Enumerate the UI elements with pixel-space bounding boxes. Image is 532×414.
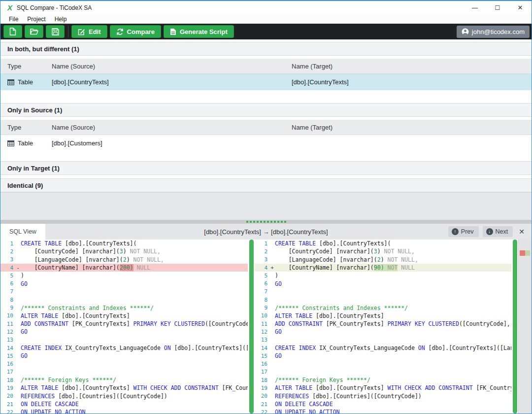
target-scrollbar-thumb[interactable]	[513, 240, 517, 414]
column-header-name-source: Name (Source)	[52, 63, 292, 70]
code-text: [CountryCode] [nvarchar](3) NOT NULL,	[275, 248, 511, 255]
code-line: 21ON DELETE CASCADE	[0, 400, 248, 408]
menu-help[interactable]: Help	[50, 16, 71, 23]
line-number: 4	[255, 265, 269, 271]
code-text: /****** Constraints and Indexes ******/	[21, 305, 248, 311]
table-icon	[7, 79, 14, 85]
section-spacer	[0, 151, 532, 161]
next-label: Next	[496, 228, 508, 235]
code-line: 2 [CountryCode] [nvarchar](3) NOT NULL,	[255, 247, 511, 255]
line-number: 16	[0, 361, 15, 367]
code-line: 17	[0, 368, 248, 376]
section-header-4[interactable]: Identical (9)	[0, 178, 532, 192]
section-header-3[interactable]: Only in Target (1)	[0, 161, 532, 175]
cell-type: Table	[0, 139, 52, 147]
edit-button[interactable]: Edit	[71, 25, 107, 38]
line-number: 1	[255, 241, 269, 247]
code-line: 16	[0, 360, 248, 368]
line-number: 17	[255, 369, 269, 375]
sqlview-tabbar: SQL View [dbo].[CountryTexts] → [dbo].[C…	[0, 224, 532, 240]
code-line: 22ON UPDATE NO ACTION	[0, 408, 248, 414]
edit-pencil-icon	[78, 28, 85, 35]
sql-diff-view: 1CREATE TABLE [dbo].[CountryTexts](2 [Co…	[0, 240, 532, 414]
code-line: 19ALTER TABLE [dbo].[CountryTexts] WITH …	[0, 384, 248, 392]
app-logo-icon: X	[7, 3, 12, 12]
code-text: GO	[21, 280, 248, 287]
line-number: 7	[255, 288, 269, 295]
target-code-panel: 1CREATE TABLE [dbo].[CountryTexts](2 [Co…	[255, 240, 511, 414]
line-number: 18	[255, 377, 269, 383]
cell-name-source: [dbo].[CountryTexts]	[52, 78, 292, 86]
section-header-2[interactable]: Only in Source (1)	[0, 103, 532, 117]
code-line: 13	[255, 336, 511, 344]
code-line: 20REFERENCES [dbo].[Countries]([CountryC…	[255, 392, 511, 400]
compare-button[interactable]: Compare	[110, 25, 161, 38]
cell-name-target: [dbo].[CountryTexts]	[292, 78, 532, 86]
table-row[interactable]: Table[dbo].[Customers]	[0, 135, 532, 151]
code-text: ADD CONSTRAINT [PK_CountryTexts] PRIMARY…	[275, 320, 511, 327]
code-text: GO	[275, 328, 511, 335]
line-number: 13	[0, 337, 15, 343]
line-number: 10	[255, 312, 269, 319]
code-line: 18/****** Foreign Keys ******/	[255, 376, 511, 384]
code-line: 22ON UPDATE NO ACTION	[255, 408, 511, 414]
code-line: 7	[0, 288, 248, 296]
line-number: 13	[255, 337, 269, 343]
code-line: 20REFERENCES [dbo].[Countries]([CountryC…	[0, 392, 248, 400]
splitter-handle[interactable]	[0, 220, 532, 224]
close-sqlview-icon[interactable]: ✕	[517, 228, 527, 236]
line-number: 16	[255, 361, 269, 367]
minimize-button[interactable]: —	[464, 1, 486, 14]
code-line: 5)	[255, 272, 511, 279]
target-scrollbar[interactable]	[511, 240, 518, 414]
code-line: 5)	[0, 272, 248, 279]
code-line: 9/****** Constraints and Indexes ******/	[255, 304, 511, 311]
code-line: 12GO	[255, 328, 511, 336]
code-text: ON UPDATE NO ACTION	[21, 409, 248, 414]
save-project-button[interactable]	[46, 25, 65, 38]
column-header-name-target: Name (Target)	[292, 124, 532, 131]
menu-project[interactable]: Project	[23, 16, 50, 23]
section-header-1[interactable]: In both, but different (1)	[0, 42, 532, 56]
tab-sql-view[interactable]: SQL View	[0, 224, 45, 240]
code-line: 14CREATE INDEX IX_CountryTexts_LanguageC…	[255, 344, 511, 352]
line-number: 10	[0, 312, 15, 319]
code-line: 15GO	[255, 352, 511, 360]
code-text: REFERENCES [dbo].[Countries]([CountryCod…	[21, 393, 248, 400]
code-text: ON DELETE CASCADE	[21, 401, 248, 408]
account-email: john@ticodex.com	[472, 28, 525, 35]
prev-diff-button[interactable]: ↑ Prev	[448, 226, 479, 237]
toolbar-separator	[68, 26, 68, 37]
source-scrollbar[interactable]	[248, 240, 255, 414]
maximize-button[interactable]: ☐	[486, 1, 509, 14]
open-project-button[interactable]	[25, 25, 43, 38]
next-diff-button[interactable]: ↓ Next	[483, 226, 513, 237]
diff-mark: +	[269, 265, 275, 271]
new-file-icon	[9, 28, 16, 35]
toolbar: Edit Compare Generate Script john@ticode…	[0, 24, 532, 39]
line-number: 22	[0, 409, 15, 414]
generate-script-button[interactable]: Generate Script	[164, 25, 234, 38]
code-text: ADD CONSTRAINT [PK_CountryTexts] PRIMARY…	[21, 320, 248, 327]
code-line: 3 [LanguageCode] [nvarchar](2) NOT NULL,	[0, 256, 248, 264]
diff-overview-ruler[interactable]	[518, 240, 532, 414]
close-window-button[interactable]: ✕	[509, 1, 532, 14]
cell-type: Table	[0, 78, 52, 86]
window-title: SQL Compare - TiCodeX SA	[17, 4, 92, 11]
compare-button-label: Compare	[127, 28, 155, 35]
code-line: 6GO	[255, 279, 511, 287]
table-row[interactable]: Table[dbo].[CountryTexts][dbo].[CountryT…	[0, 74, 532, 90]
line-number: 14	[255, 345, 269, 351]
line-number: 5	[255, 273, 269, 279]
menu-file[interactable]: File	[4, 16, 23, 23]
code-line: 2 [CountryCode] [nvarchar](3) NOT NULL,	[0, 247, 248, 255]
new-file-button[interactable]	[3, 25, 22, 38]
line-number: 11	[0, 321, 15, 327]
edit-button-label: Edit	[89, 28, 101, 35]
account-badge[interactable]: john@ticodex.com	[457, 26, 530, 38]
code-text: ON UPDATE NO ACTION	[275, 409, 511, 414]
source-scrollbar-thumb[interactable]	[249, 240, 254, 414]
diff-mark: -	[15, 265, 21, 271]
line-number: 22	[255, 409, 269, 414]
code-line: 16	[255, 360, 511, 368]
